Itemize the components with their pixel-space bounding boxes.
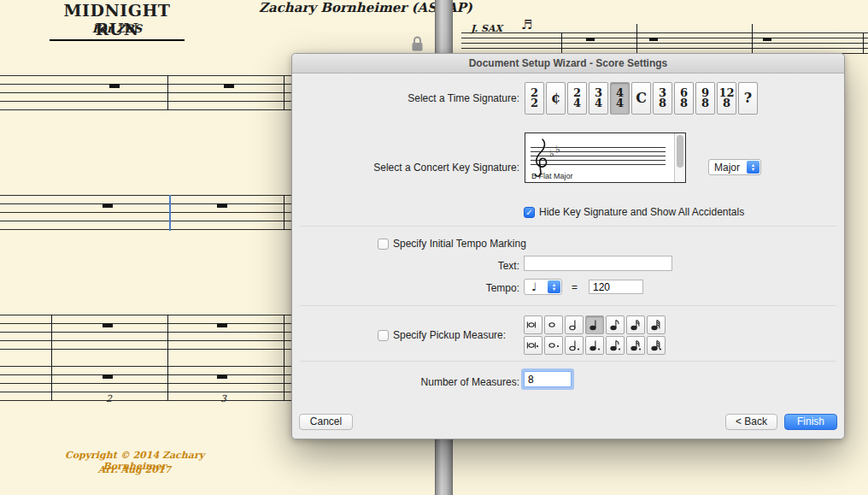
barline <box>167 315 168 401</box>
time-signature-option-2-4[interactable]: 24 <box>567 82 587 115</box>
time-signature-option-2-2[interactable]: 22 <box>525 82 544 115</box>
barline <box>284 315 284 401</box>
hide-key-signature-row: ✓ Hide Key Signature and Show All Accide… <box>524 206 744 218</box>
time-signature-option-12-8[interactable]: 128 <box>717 82 736 115</box>
number-of-measures-input[interactable] <box>524 371 572 387</box>
back-button[interactable]: < Back <box>725 414 777 430</box>
application-window: MIDNIGHT RUN For ZBS Zachary Bornheimer … <box>0 0 868 495</box>
dialog-title[interactable]: Document Setup Wizard - Score Settings <box>292 54 844 74</box>
quarter-note-icon: ♩ <box>531 280 537 293</box>
time-signature-option-6-8[interactable]: 68 <box>674 82 694 115</box>
quarter-note-button[interactable] <box>585 315 604 334</box>
bpm-input[interactable] <box>589 280 643 294</box>
whole-rest <box>103 323 113 327</box>
eighth-note-button[interactable] <box>606 315 625 334</box>
whole-rest <box>586 38 595 41</box>
barline <box>284 195 284 230</box>
time-signature-option-¢[interactable]: ¢ <box>546 82 566 115</box>
copyright-line-2: Arr. Aug 2017 <box>43 464 226 475</box>
whole-rest <box>217 203 227 208</box>
cancel-button[interactable]: Cancel <box>299 414 353 430</box>
whole-rest <box>649 38 658 41</box>
measure-number: 2 <box>106 393 112 404</box>
dropdown-arrows-icon: ▲▼ <box>747 161 760 174</box>
pickup-note-row-1 <box>524 315 666 334</box>
time-signature-label: Select a Time Signature: <box>292 92 519 104</box>
dotted-thirty-second-note-button[interactable] <box>647 336 666 355</box>
dotted-quarter-note-button[interactable] <box>585 336 604 355</box>
whole-rest <box>763 38 771 41</box>
flat-icon: ♭ <box>549 148 554 160</box>
key-scrollbar[interactable] <box>674 133 685 182</box>
equals-sign: = <box>572 281 578 293</box>
selection-barline <box>169 195 171 231</box>
dropdown-arrows-icon: ▲▼ <box>548 280 560 293</box>
dotted-whole-note-button[interactable] <box>544 336 563 355</box>
sixteenth-note-button[interactable] <box>626 315 645 334</box>
whole-rest <box>224 84 234 88</box>
barline <box>51 315 52 401</box>
breve-note-button[interactable] <box>524 315 542 334</box>
specify-tempo-row: Specify Initial Tempo Marking <box>378 238 526 250</box>
tempo-note-dropdown[interactable]: ♩ ▲▼ <box>524 279 562 295</box>
time-signature-option-3-4[interactable]: 34 <box>589 82 608 115</box>
separator <box>300 361 836 362</box>
document-setup-wizard-dialog: Document Setup Wizard - Score Settings S… <box>291 53 845 439</box>
whole-rest <box>217 323 227 327</box>
finish-button[interactable]: Finish <box>784 414 837 430</box>
tempo-text-label: Text: <box>292 260 519 272</box>
key-signature-preview[interactable]: ♭ ♭ B Flat Major <box>525 133 686 183</box>
barline <box>752 24 753 54</box>
mode-dropdown[interactable]: Major ▲▼ <box>708 159 761 175</box>
separator <box>300 305 836 306</box>
hide-key-signature-checkbox[interactable]: ✓ <box>524 207 535 218</box>
barline <box>284 75 284 110</box>
dotted-breve-note-button[interactable] <box>524 336 542 355</box>
key-name: B Flat Major <box>531 172 573 180</box>
specify-tempo-checkbox[interactable] <box>378 239 389 250</box>
barline <box>863 32 864 54</box>
time-signature-option-9-8[interactable]: 98 <box>695 82 715 115</box>
barline <box>167 75 168 110</box>
score-subtitle: For ZBS <box>50 22 185 35</box>
specify-tempo-label: Specify Initial Tempo Marking <box>393 238 526 250</box>
barline <box>561 32 562 54</box>
tempo-text-input[interactable] <box>524 256 672 271</box>
time-signature-option-C[interactable]: C <box>631 82 651 115</box>
whole-rest <box>217 374 227 379</box>
specify-pickup-label: Specify Pickup Measure: <box>393 329 506 341</box>
mode-value: Major <box>714 162 740 174</box>
scrollbar-thumb[interactable] <box>677 135 683 168</box>
thirty-second-note-button[interactable] <box>647 315 666 334</box>
dotted-sixteenth-note-button[interactable] <box>626 336 645 355</box>
measure-number: 3 <box>220 393 226 404</box>
tempo-label: Tempo: <box>292 282 519 294</box>
whole-rest <box>109 84 120 88</box>
flat-icon: ♭ <box>555 144 560 156</box>
number-of-measures-label: Number of Measures: <box>292 376 519 388</box>
specify-pickup-checkbox[interactable] <box>378 330 389 341</box>
separator <box>300 226 836 227</box>
dotted-half-note-button[interactable] <box>565 336 584 355</box>
pickup-note-row-2 <box>524 336 666 355</box>
barline <box>636 24 637 54</box>
time-signature-options: 22¢243444C386898128? <box>525 82 758 115</box>
grace-notes-icon: ♬ <box>521 17 532 32</box>
hide-key-signature-label: Hide Key Signature and Show All Accident… <box>539 206 744 218</box>
whole-note-button[interactable] <box>544 315 563 334</box>
key-signature-label: Select a Concert Key Signature: <box>292 162 519 174</box>
staff-right-page <box>461 32 868 54</box>
time-signature-option-4-4[interactable]: 44 <box>610 82 630 115</box>
half-note-button[interactable] <box>565 315 584 334</box>
dotted-eighth-note-button[interactable] <box>606 336 625 355</box>
time-signature-option-3-8[interactable]: 38 <box>653 82 672 115</box>
specify-pickup-row: Specify Pickup Measure: <box>378 329 506 341</box>
whole-rest <box>103 203 113 208</box>
time-signature-option-?[interactable]: ? <box>738 82 758 115</box>
whole-rest <box>103 374 113 379</box>
